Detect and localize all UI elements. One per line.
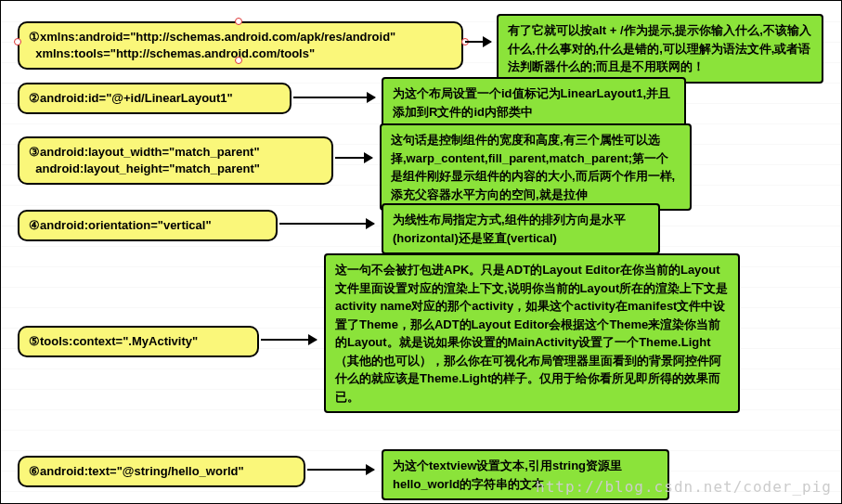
code-node-3: ③android:layout_width="match_parent" and… xyxy=(18,136,333,185)
desc-node-3: 这句话是控制组件的宽度和高度,有三个属性可以选择,warp_content,fi… xyxy=(380,123,692,211)
arrow-6 xyxy=(307,469,374,471)
desc-node-1: 有了它就可以按alt + /作为提示,提示你输入什么,不该输入什么,什么事对的,… xyxy=(497,14,823,84)
desc-node-4: 为线性布局指定方式,组件的排列方向是水平(horizontal)还是竖直(ver… xyxy=(382,203,660,254)
arrow-5 xyxy=(261,339,317,341)
arrow-2 xyxy=(293,97,375,98)
desc-node-6: 为这个textview设置文本,引用string资源里hello_world的字… xyxy=(382,449,669,500)
code-node-5: ⑤tools:context=".MyActivity" xyxy=(18,326,259,357)
desc-node-5: 这一句不会被打包进APK。只是ADT的Layout Editor在你当前的Lay… xyxy=(324,253,740,413)
desc-node-2: 为这个布局设置一个id值标记为LinearLayout1,并且添加到R文件的id… xyxy=(382,77,686,128)
handle xyxy=(14,38,21,45)
arrow-1 xyxy=(465,41,491,43)
handle xyxy=(235,57,242,64)
arrow-3 xyxy=(335,157,372,159)
code-node-6: ⑥android:text="@string/hello_world" xyxy=(18,456,305,487)
code-node-2: ②android:id="@+id/LinearLayout1" xyxy=(18,83,291,114)
arrow-4 xyxy=(279,223,374,225)
code-node-4: ④android:orientation="vertical" xyxy=(18,210,278,241)
diagram-canvas: ①xmlns:android="http://schemas.android.c… xyxy=(0,0,842,504)
handle xyxy=(235,18,242,25)
